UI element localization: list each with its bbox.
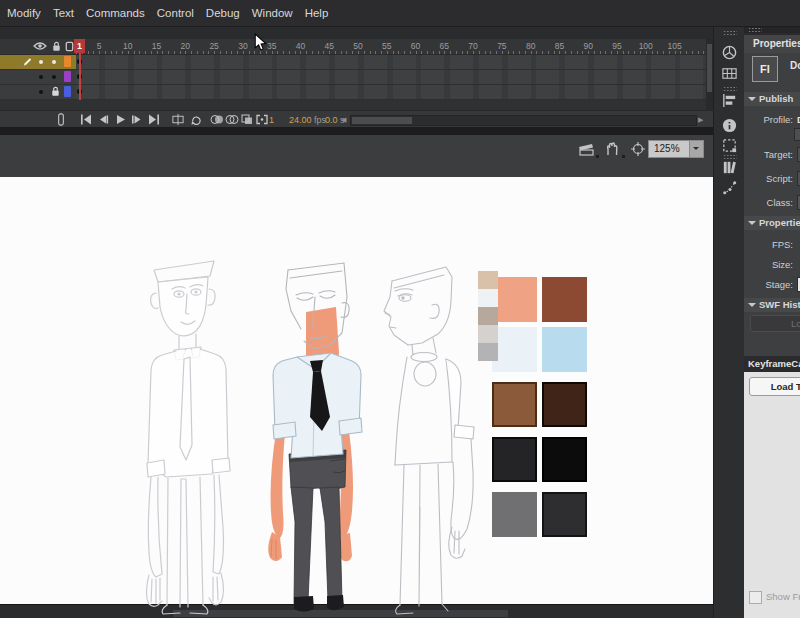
timeline-controls-bar: 1 24.00 fps 0.0 s ◀ ▶ xyxy=(0,110,713,128)
zoom-level-value[interactable]: 125% xyxy=(649,141,689,157)
document-type-label: Document xyxy=(790,60,800,71)
tab-keyframe-caddy[interactable]: KeyframeCaddy xyxy=(744,356,800,372)
motion-presets-icon[interactable] xyxy=(721,179,738,200)
color-icon[interactable] xyxy=(721,44,738,65)
layer-outline-color-swatch[interactable] xyxy=(64,71,71,82)
layer-lock-icon[interactable] xyxy=(50,86,61,97)
layer-controls[interactable] xyxy=(0,85,76,100)
stage-hscrollbar-thumb[interactable] xyxy=(173,610,508,617)
palette-swatch[interactable] xyxy=(492,492,537,537)
layer-outline-color-swatch[interactable] xyxy=(64,56,71,67)
menu-item-window[interactable]: Window xyxy=(246,0,299,26)
palette-swatch[interactable] xyxy=(492,382,537,427)
step-forward-button[interactable] xyxy=(130,113,144,126)
timeline-layer-row[interactable] xyxy=(0,55,713,70)
properties-tab-bar: Properties xyxy=(744,33,800,50)
center-frame-button[interactable] xyxy=(171,113,185,126)
load-thumbnails-button[interactable]: Load Thumbnails xyxy=(749,377,800,396)
swf-history-log-button[interactable]: Log xyxy=(750,315,800,332)
timeline-layers xyxy=(0,26,713,106)
profile-label: Profile: xyxy=(744,114,793,125)
keyframe-caddy-panel: Load Thumbnails Show Frames xyxy=(744,372,800,618)
layer-frames[interactable] xyxy=(76,55,706,70)
fps-label: FPS: xyxy=(744,239,793,250)
layer-lock-dot[interactable] xyxy=(52,60,56,64)
playhead-frame-indicator[interactable]: 1 xyxy=(74,39,85,53)
timeline-horizontal-scrollbar[interactable] xyxy=(350,115,697,126)
zoom-level-dropdown[interactable]: 125% xyxy=(648,140,704,158)
frame-rate-readout[interactable]: 24.00 fps xyxy=(289,115,326,125)
menu-item-commands[interactable]: Commands xyxy=(80,0,151,26)
show-frames-checkbox[interactable] xyxy=(749,591,762,604)
publish-section-header[interactable]: Publish xyxy=(744,92,800,106)
layer-visibility-dot[interactable] xyxy=(39,60,43,64)
palette-swatch[interactable] xyxy=(542,327,587,372)
dock-grip[interactable] xyxy=(723,86,737,91)
panel-header-strip xyxy=(744,26,800,33)
align-icon[interactable] xyxy=(721,92,738,113)
onion-skin-outlines-button[interactable] xyxy=(225,113,239,126)
zoom-dropdown-arrow-icon[interactable] xyxy=(689,141,703,157)
info-icon[interactable] xyxy=(721,117,738,138)
palette-swatch[interactable] xyxy=(492,277,537,322)
timeline-layer-row[interactable] xyxy=(0,70,713,85)
panel-grip[interactable] xyxy=(748,27,762,32)
edit-symbol-icon[interactable] xyxy=(604,141,620,157)
layer-controls[interactable] xyxy=(0,70,76,85)
hscroll-left-arrow[interactable]: ◀ xyxy=(341,116,346,124)
target-label: Target: xyxy=(744,149,793,160)
dock-grip[interactable] xyxy=(723,154,737,159)
dock-grip[interactable] xyxy=(723,30,737,35)
layer-outline-color-swatch[interactable] xyxy=(64,86,71,97)
palette-side-chip[interactable] xyxy=(478,271,498,289)
palette-side-chip[interactable] xyxy=(478,307,498,325)
onion-marker-icon[interactable] xyxy=(57,113,65,126)
timeline-layer-row[interactable] xyxy=(0,85,713,100)
palette-side-chip[interactable] xyxy=(478,325,498,343)
palette-swatch[interactable] xyxy=(542,382,587,427)
pencil-editing-icon xyxy=(22,56,33,67)
menu-item-control[interactable]: Control xyxy=(151,0,200,26)
layer-controls[interactable] xyxy=(0,55,76,70)
step-back-button[interactable] xyxy=(96,113,110,126)
palette-swatch[interactable] xyxy=(492,327,537,372)
play-button[interactable] xyxy=(113,113,127,126)
menu-item-text[interactable]: Text xyxy=(47,0,80,26)
edit-scene-dropdown[interactable] xyxy=(596,155,599,158)
edit-multiple-frames-button[interactable] xyxy=(240,113,254,126)
layer-visibility-dot[interactable] xyxy=(39,90,43,94)
onion-skin-button[interactable] xyxy=(210,113,224,126)
current-frame-readout[interactable]: 1 xyxy=(269,115,274,125)
layer-lock-dot[interactable] xyxy=(52,75,56,79)
palette-swatch[interactable] xyxy=(542,437,587,482)
center-stage-icon[interactable] xyxy=(630,141,646,157)
timeline-empty-area xyxy=(0,100,706,110)
scrollbar-thumb[interactable] xyxy=(352,117,412,124)
layer-frames[interactable] xyxy=(76,70,706,85)
go-to-first-frame-button[interactable] xyxy=(79,113,93,126)
loop-playback-button[interactable] xyxy=(189,113,203,126)
palette-swatch[interactable] xyxy=(492,437,537,482)
layer-visibility-dot[interactable] xyxy=(39,75,43,79)
palette-swatch[interactable] xyxy=(542,277,587,322)
menu-item-modify[interactable]: Modify xyxy=(1,0,47,26)
hscroll-right-arrow[interactable]: ▶ xyxy=(698,116,703,124)
tab-properties[interactable]: Properties xyxy=(744,35,800,53)
properties-section-header[interactable]: Properties xyxy=(744,216,800,230)
palette-side-chip[interactable] xyxy=(478,289,498,307)
scrollbar-thumb[interactable] xyxy=(707,44,712,92)
publish-settings-button[interactable] xyxy=(794,128,800,141)
menu-item-help[interactable]: Help xyxy=(299,0,335,26)
swf-history-section-header[interactable]: SWF History xyxy=(744,298,800,312)
swatches-icon[interactable] xyxy=(721,65,738,86)
go-to-last-frame-button[interactable] xyxy=(147,113,161,126)
menu-item-debug[interactable]: Debug xyxy=(200,0,246,26)
edit-symbol-dropdown[interactable] xyxy=(622,155,625,158)
library-icon[interactable] xyxy=(721,159,738,180)
edit-scene-icon[interactable] xyxy=(577,141,595,157)
modify-markers-button[interactable] xyxy=(255,113,269,126)
palette-side-chip[interactable] xyxy=(478,343,498,361)
stage-canvas[interactable] xyxy=(0,177,713,604)
palette-swatch[interactable] xyxy=(542,492,587,537)
layer-frames[interactable] xyxy=(76,85,706,100)
